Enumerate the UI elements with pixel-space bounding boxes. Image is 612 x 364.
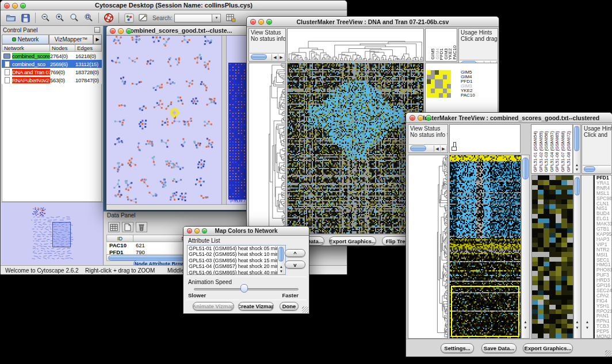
attribute-list[interactable]: GPL51-01 (GSM854) heat shock 05 minGPL51… (187, 245, 286, 275)
attribute-list-item[interactable]: GPL51-03 (GSM856) heat shock 15 min (188, 258, 285, 263)
minimize-icon[interactable] (194, 228, 200, 233)
column-dendrogram-canvas[interactable] (450, 125, 520, 152)
matrix-cell[interactable] (435, 79, 439, 84)
scrollbar-arrows[interactable]: ◀▶ (434, 145, 447, 152)
matrix-cell[interactable] (435, 84, 439, 89)
global-heatmap-scrollbar[interactable]: ▲ ▼ (521, 155, 530, 339)
matrix-cell[interactable] (431, 93, 435, 98)
zoom-window-icon[interactable] (426, 115, 431, 121)
zoom-window-icon[interactable] (202, 228, 207, 233)
zoom-selected-icon[interactable] (68, 12, 81, 24)
matrix-cell[interactable] (427, 79, 431, 84)
horizontal-scrollbar[interactable] (583, 165, 611, 173)
export-graphics-button[interactable]: Export Graphics... (329, 236, 376, 246)
scroll-down-icon[interactable]: ▼ (582, 325, 593, 330)
matrix-cell[interactable] (431, 79, 435, 84)
treeview-combined-titlebar[interactable]: ClusterMaker TreeView : combined_scores_… (406, 113, 612, 123)
attribute-list-item[interactable]: GPL51-01 (GSM854) heat shock 05 min (188, 246, 285, 251)
horizontal-scrollbar[interactable]: ◀▶ (409, 144, 447, 152)
scroll-down-icon[interactable]: ▼ (573, 167, 580, 172)
donebutton[interactable]: Done (280, 302, 299, 311)
export-graphics-button[interactable]: Export Graphics... (523, 343, 573, 353)
close-icon[interactable] (187, 228, 192, 233)
matrix-cell[interactable] (427, 75, 431, 79)
matrix-cell[interactable] (443, 89, 447, 93)
vizmapper-icon[interactable] (123, 12, 135, 24)
resize-grip[interactable] (302, 306, 308, 313)
scroll-down-icon[interactable]: ▼ (574, 325, 580, 330)
zoom-out-icon[interactable] (39, 12, 52, 24)
horizontal-scrollbar[interactable]: ◀▶ (250, 53, 285, 60)
column-header-edges[interactable]: Edges (75, 44, 102, 52)
scroll-up-icon[interactable]: ▲ (278, 265, 285, 269)
scrollbar-thumb[interactable] (522, 158, 529, 179)
network-split-divider[interactable] (221, 36, 227, 204)
scroll-up-icon[interactable]: ▲ (522, 320, 529, 324)
tab-network[interactable]: Network (2, 35, 49, 44)
scroll-down-icon[interactable]: ▼ (522, 325, 529, 330)
matrix-cell[interactable] (443, 93, 447, 98)
import-table-icon[interactable] (224, 12, 237, 24)
table-icon[interactable] (108, 222, 120, 232)
scroll-up-icon[interactable]: ▲ (582, 320, 593, 324)
row-dendrogram-canvas[interactable] (249, 63, 285, 233)
network-list-row[interactable]: combined_scores2764(0)16218(0) (2, 52, 102, 60)
matrix-cell[interactable] (443, 79, 447, 84)
matrix-cell[interactable] (431, 75, 435, 79)
birdseye-view[interactable] (1, 202, 103, 264)
help-icon[interactable] (102, 12, 115, 24)
column-dendrogram-canvas[interactable] (288, 29, 423, 61)
annotation-icon[interactable] (137, 12, 150, 24)
global-heatmap-canvas[interactable] (288, 63, 423, 233)
matrix-cell[interactable] (439, 70, 443, 75)
float-panel-icon[interactable] (94, 27, 100, 33)
matrix-cell[interactable] (447, 93, 451, 98)
slider-thumb[interactable] (240, 284, 248, 293)
selection-rectangle[interactable] (451, 286, 519, 337)
save-data-button[interactable]: Save Data... (481, 343, 517, 353)
network-list-row[interactable]: RNAPuberNov2+563(0)107847(0) (2, 76, 102, 84)
zoom-in-icon[interactable] (53, 12, 66, 24)
matrix-cell[interactable] (435, 75, 439, 79)
matrix-cell[interactable] (443, 70, 447, 75)
save-icon[interactable] (19, 12, 32, 24)
gene-label[interactable]: PAC10 (459, 93, 475, 98)
minimize-icon[interactable] (258, 19, 264, 25)
network-list-row[interactable]: DNA and Tran 07769(0)183728(0) (2, 68, 102, 76)
matrix-cell[interactable] (431, 70, 435, 75)
matrix-cell[interactable] (447, 79, 451, 84)
scroll-up-icon[interactable]: ▲ (574, 320, 580, 324)
tab-vizmapper[interactable]: VizMapper™ (49, 35, 93, 44)
row-dendrogram-canvas[interactable] (408, 155, 447, 338)
scrollbar-thumb[interactable] (575, 177, 580, 196)
matrix-cell[interactable] (447, 75, 451, 79)
open-folder-icon[interactable] (5, 12, 17, 24)
search-input[interactable] (174, 14, 212, 22)
matrix-cell[interactable] (447, 70, 451, 75)
matrix-cell[interactable] (443, 75, 447, 79)
network-canvas[interactable] (108, 36, 221, 204)
matrix-cell[interactable] (435, 70, 439, 75)
matrix-cell[interactable] (443, 84, 447, 89)
attribute-list-item[interactable]: GPL51-04 (GSM857) heat shock 20 min (188, 263, 285, 269)
zoom-window-icon[interactable] (126, 28, 132, 34)
zoom-fit-icon[interactable] (82, 12, 95, 24)
matrix-cell[interactable] (435, 93, 439, 98)
close-icon[interactable] (410, 115, 415, 121)
matrix-cell[interactable] (439, 89, 443, 93)
minimize-icon[interactable] (12, 3, 18, 9)
zoom-heatmap-canvas[interactable] (532, 175, 573, 338)
settings-button[interactable]: Settings... (441, 343, 474, 353)
close-icon[interactable] (4, 3, 10, 9)
dialog-titlebar[interactable]: Map Colors to Network (183, 227, 309, 236)
scrollbar-thumb[interactable] (278, 247, 284, 262)
attribute-list-item[interactable]: GPL51-02 (GSM855) heat shock 10 min (188, 251, 285, 257)
delete-icon[interactable] (136, 222, 147, 232)
vertical-scrollbar[interactable]: ▲ ▼ (277, 246, 285, 274)
gene-label[interactable]: MON2 (595, 334, 611, 339)
create-vizmapbutton[interactable]: Create Vizmap (238, 302, 274, 311)
column-header-nodes[interactable]: Nodes (50, 44, 75, 52)
tab-overflow-arrow[interactable]: ▶ (93, 35, 102, 44)
zoom-heatmap-matrix[interactable] (427, 70, 451, 98)
resize-grip[interactable] (605, 350, 611, 357)
